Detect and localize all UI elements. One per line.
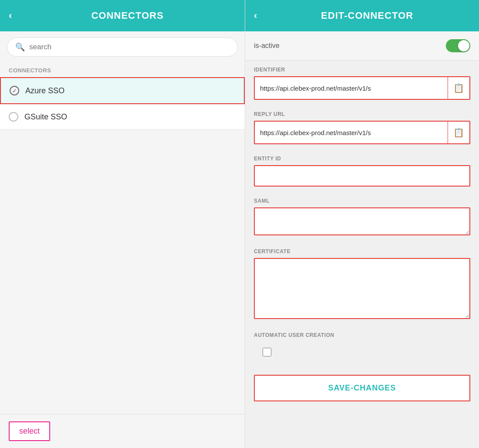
search-box: 🔍 <box>7 37 238 57</box>
reply-url-group: REPLY URL https://api.clebex-prod.net/ma… <box>245 105 479 149</box>
certificate-textarea[interactable] <box>254 258 470 319</box>
search-icon: 🔍 <box>15 42 25 52</box>
entity-id-label: ENTITY ID <box>254 156 470 162</box>
saml-textarea[interactable] <box>254 207 470 235</box>
select-button[interactable]: select <box>9 421 50 441</box>
is-active-toggle[interactable] <box>446 39 470 52</box>
certificate-group: CERTIFICATE <box>245 242 479 325</box>
copy-icon-2: 📋 <box>453 127 464 138</box>
save-section: SAVE-CHANGES <box>245 368 479 412</box>
identifier-value: https://api.clebex-prod.net/master/v1/s <box>255 78 448 98</box>
radio-azure-sso: ✓ <box>10 86 19 95</box>
save-changes-button[interactable]: SAVE-CHANGES <box>254 375 470 401</box>
connector-item-gsuite-sso[interactable]: GSuite SSO <box>0 104 245 130</box>
identifier-group: IDENTIFIER https://api.clebex-prod.net/m… <box>245 61 479 104</box>
auto-user-group: AUTOMATIC USER CREATION <box>245 326 479 367</box>
auto-user-checkbox[interactable] <box>263 348 271 356</box>
bottom-bar: select <box>0 414 245 448</box>
entity-id-group: ENTITY ID <box>245 149 479 191</box>
identifier-row: https://api.clebex-prod.net/master/v1/s … <box>254 76 470 100</box>
certificate-label: CERTIFICATE <box>254 248 470 255</box>
right-header: ‹ EDIT-CONNECTOR <box>245 0 479 31</box>
entity-id-input[interactable] <box>254 165 470 187</box>
reply-url-copy-button[interactable]: 📋 <box>448 122 469 143</box>
is-active-label: is-active <box>254 42 280 50</box>
reply-url-value: https://api.clebex-prod.net/master/v1/s <box>255 123 448 143</box>
saml-label: SAML <box>254 198 470 204</box>
right-back-button[interactable]: ‹ <box>254 10 257 21</box>
left-panel: ‹ CONNECTORS 🔍 CONNECTORS ✓ Azure SSO GS… <box>0 0 245 448</box>
connector-name-azure-sso: Azure SSO <box>25 86 65 95</box>
connector-list: ✓ Azure SSO GSuite SSO <box>0 77 245 414</box>
saml-group: SAML <box>245 192 479 241</box>
copy-icon: 📋 <box>453 83 464 93</box>
left-header: ‹ CONNECTORS <box>0 0 245 31</box>
connectors-section-label: CONNECTORS <box>0 63 245 77</box>
auto-user-label: AUTOMATIC USER CREATION <box>254 332 470 338</box>
identifier-copy-button[interactable]: 📋 <box>448 77 469 99</box>
search-area: 🔍 <box>0 31 245 63</box>
radio-gsuite-sso <box>9 112 18 122</box>
check-icon: ✓ <box>12 88 17 94</box>
is-active-row: is-active <box>245 31 479 61</box>
right-header-title: EDIT-CONNECTOR <box>264 10 470 21</box>
connector-item-azure-sso[interactable]: ✓ Azure SSO <box>0 77 245 104</box>
reply-url-label: REPLY URL <box>254 111 470 117</box>
left-back-button[interactable]: ‹ <box>9 10 12 21</box>
right-panel: ‹ EDIT-CONNECTOR is-active IDENTIFIER ht… <box>245 0 479 448</box>
left-header-title: CONNECTORS <box>19 10 236 21</box>
toggle-knob <box>458 40 469 51</box>
identifier-label: IDENTIFIER <box>254 67 470 73</box>
auto-user-row <box>254 342 470 363</box>
search-input[interactable] <box>29 43 229 51</box>
reply-url-row: https://api.clebex-prod.net/master/v1/s … <box>254 121 470 144</box>
connector-name-gsuite-sso: GSuite SSO <box>24 112 67 122</box>
